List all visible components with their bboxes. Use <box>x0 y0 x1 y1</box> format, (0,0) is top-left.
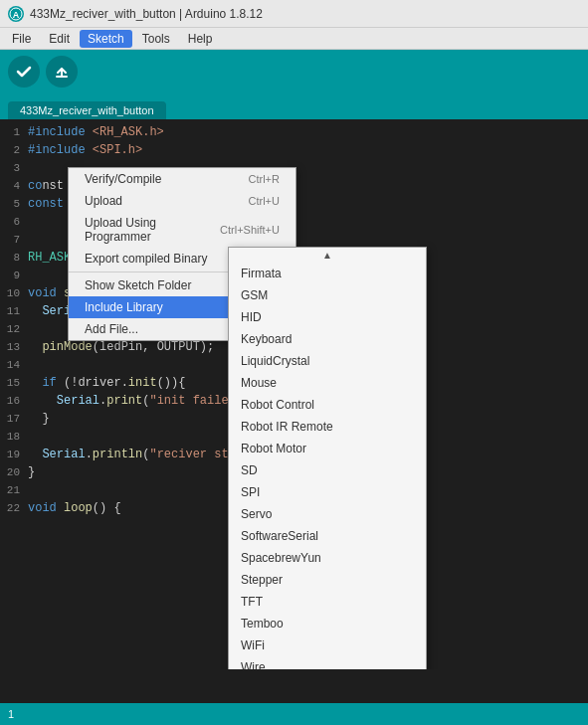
lib-wire[interactable]: Wire <box>229 656 426 669</box>
verify-button[interactable] <box>8 56 40 88</box>
menu-upload[interactable]: Upload Ctrl+U <box>69 190 295 212</box>
lib-hid[interactable]: HID <box>229 306 426 328</box>
title-bar: A 433Mz_reciver_with_button | Arduino 1.… <box>0 0 588 28</box>
lib-stepper[interactable]: Stepper <box>229 569 426 591</box>
code-area: 1 #include <RH_ASK.h> 2 #include <SPI.h>… <box>0 119 588 669</box>
menu-help[interactable]: Help <box>180 30 221 48</box>
lib-spi[interactable]: SPI <box>229 481 426 503</box>
lib-robot-ir-remote[interactable]: Robot IR Remote <box>229 416 426 438</box>
code-tab[interactable]: 433Mz_reciver_with_button <box>8 101 166 119</box>
tab-bar: 433Mz_reciver_with_button <box>0 93 588 119</box>
lib-spacebrewyun[interactable]: SpacebrewYun <box>229 547 426 569</box>
lib-servo[interactable]: Servo <box>229 503 426 525</box>
lib-mouse[interactable]: Mouse <box>229 372 426 394</box>
code-line: 1 #include <RH_ASK.h> <box>0 123 588 141</box>
menu-tools[interactable]: Tools <box>134 30 178 48</box>
menu-verify[interactable]: Verify/Compile Ctrl+R <box>69 168 295 190</box>
library-submenu[interactable]: ▲ Firmata GSM HID Keyboard LiquidCrystal… <box>228 247 427 669</box>
lib-tft[interactable]: TFT <box>229 591 426 613</box>
status-bar: 1 <box>0 703 588 725</box>
lib-softwareserial[interactable]: SoftwareSerial <box>229 525 426 547</box>
lib-keyboard[interactable]: Keyboard <box>229 328 426 350</box>
menu-edit[interactable]: Edit <box>41 30 78 48</box>
lib-robot-motor[interactable]: Robot Motor <box>229 438 426 459</box>
menu-file[interactable]: File <box>4 30 39 48</box>
toolbar <box>0 50 588 93</box>
upload-button[interactable] <box>46 56 78 88</box>
lib-liquidcrystal[interactable]: LiquidCrystal <box>229 350 426 372</box>
lib-gsm[interactable]: GSM <box>229 284 426 306</box>
code-line: 2 #include <SPI.h> <box>0 141 588 159</box>
status-text: 1 <box>8 708 14 720</box>
lib-temboo[interactable]: Temboo <box>229 613 426 634</box>
svg-text:A: A <box>13 10 20 20</box>
menu-upload-programmer[interactable]: Upload Using Programmer Ctrl+Shift+U <box>69 212 295 248</box>
scroll-up-arrow[interactable]: ▲ <box>229 248 426 263</box>
app-icon: A <box>8 6 24 22</box>
lib-wifi[interactable]: WiFi <box>229 634 426 656</box>
lib-firmata[interactable]: Firmata <box>229 263 426 284</box>
menu-bar: File Edit Sketch Tools Help <box>0 28 588 50</box>
lib-robot-control[interactable]: Robot Control <box>229 394 426 416</box>
window-title: 433Mz_reciver_with_button | Arduino 1.8.… <box>30 7 263 21</box>
menu-sketch[interactable]: Sketch <box>80 30 132 48</box>
lib-sd[interactable]: SD <box>229 459 426 481</box>
